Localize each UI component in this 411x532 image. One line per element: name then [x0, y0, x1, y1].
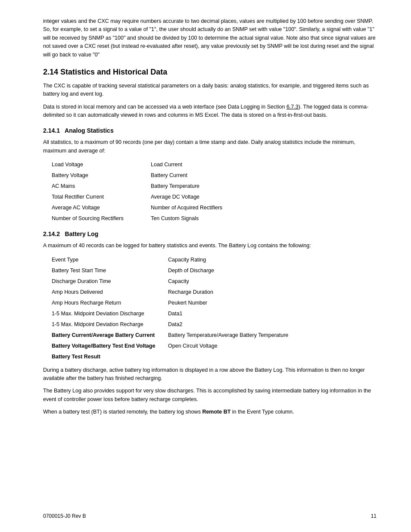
- battery-log-col2-item6: Data1: [168, 309, 377, 318]
- section-673-link[interactable]: 6.7.3: [286, 104, 299, 110]
- section-214-title: 2.14 Statistics and Historical Data: [43, 68, 377, 77]
- analog-stat-col1-item4: Total Rectifier Current: [52, 193, 151, 201]
- battery-log-col1-item6: 1-5 Max. Midpoint Deviation Discharge: [52, 309, 168, 318]
- analog-stat-col2-item6: Ten Custom Signals: [151, 214, 377, 223]
- doc-reference: 0700015-J0 Rev B: [43, 513, 86, 519]
- section-2141-title: 2.14.1 Analog Statistics: [43, 127, 377, 134]
- analog-stat-col1-item5: Average AC Voltage: [52, 203, 151, 212]
- battery-log-col2-item1: Capacity Rating: [168, 255, 377, 264]
- section-2142-body3: The Battery Log also provides support fo…: [43, 387, 377, 404]
- analog-stat-col2-item2: Battery Current: [151, 171, 377, 180]
- section-2141-label: Analog Statistics: [65, 127, 114, 134]
- battery-log-col1-item8: Battery Current/Average Battery Current: [52, 331, 168, 339]
- analog-stat-col2-item1: Load Current: [151, 160, 377, 169]
- section-2141-number: 2.14.1: [43, 127, 60, 134]
- section-2142-body4-post: in the Event Type column.: [230, 409, 294, 415]
- page-footer: 0700015-J0 Rev B 11: [43, 513, 377, 519]
- section-214-body2-pre: Data is stored in local memory and can b…: [43, 104, 286, 110]
- battery-log-col2-item5: Peukert Number: [168, 299, 377, 307]
- battery-log-col2-item3: Capacity: [168, 277, 377, 286]
- battery-log-list: Event Type Capacity Rating Battery Test …: [52, 255, 377, 361]
- analog-stat-col1-item1: Load Voltage: [52, 160, 151, 169]
- remote-bt-bold: Remote BT: [202, 409, 230, 415]
- battery-log-col1-item1: Event Type: [52, 255, 168, 264]
- battery-log-col2-item4: Recharge Duration: [168, 288, 377, 296]
- battery-log-col1-item4: Amp Hours Delivered: [52, 288, 168, 296]
- battery-log-col1-item7: 1-5 Max. Midpoint Deviation Recharge: [52, 320, 168, 329]
- analog-stat-col1-item2: Battery Voltage: [52, 171, 151, 180]
- section-214-label: Statistics and Historical Data: [60, 68, 167, 76]
- battery-log-col1-item10: Battery Test Result: [52, 352, 168, 361]
- section-2142-body1: A maximum of 40 records can be logged fo…: [43, 242, 377, 250]
- battery-log-col1-item3: Discharge Duration Time: [52, 277, 168, 286]
- battery-log-col2-item9: Open Circuit Voltage: [168, 342, 377, 350]
- section-2142-label: Battery Log: [65, 230, 99, 237]
- analog-statistics-list: Load Voltage Load Current Battery Voltag…: [52, 160, 377, 223]
- battery-log-col2-item10: [168, 352, 377, 361]
- analog-stat-col2-item4: Average DC Voltage: [151, 193, 377, 201]
- page: integer values and the CXC may require n…: [0, 0, 411, 532]
- section-2142-body4: When a battery test (BT) is started remo…: [43, 408, 377, 416]
- battery-log-col1-item2: Battery Test Start Time: [52, 266, 168, 275]
- section-2142-body2: During a battery discharge, active batte…: [43, 366, 377, 383]
- page-number: 11: [371, 513, 377, 519]
- battery-log-col2-item2: Depth of Discharge: [168, 266, 377, 275]
- battery-log-col1-item5: Amp Hours Recharge Return: [52, 299, 168, 307]
- analog-stat-col2-item5: Number of Acquired Rectifiers: [151, 203, 377, 212]
- intro-paragraph: integer values and the CXC may require n…: [43, 17, 377, 59]
- analog-stat-col1-item3: AC Mains: [52, 182, 151, 190]
- section-214-body2: Data is stored in local memory and can b…: [43, 103, 377, 120]
- section-2142-body4-pre: When a battery test (BT) is started remo…: [43, 409, 202, 415]
- section-2141-body: All statistics, to a maximum of 90 recor…: [43, 138, 377, 155]
- analog-stat-col2-item3: Battery Temperature: [151, 182, 377, 190]
- section-2142-number: 2.14.2: [43, 230, 60, 237]
- analog-stat-col1-item6: Number of Sourcing Rectifiers: [52, 214, 151, 223]
- section-214-body1: The CXC is capable of tracking several s…: [43, 82, 377, 99]
- section-214-number: 2.14: [43, 68, 58, 76]
- battery-log-col1-item9: Battery Voltage/Battery Test End Voltage: [52, 342, 168, 350]
- section-2142-title: 2.14.2 Battery Log: [43, 230, 377, 237]
- battery-log-col2-item7: Data2: [168, 320, 377, 329]
- battery-log-col2-item8: Battery Temperature/Average Battery Temp…: [168, 331, 377, 339]
